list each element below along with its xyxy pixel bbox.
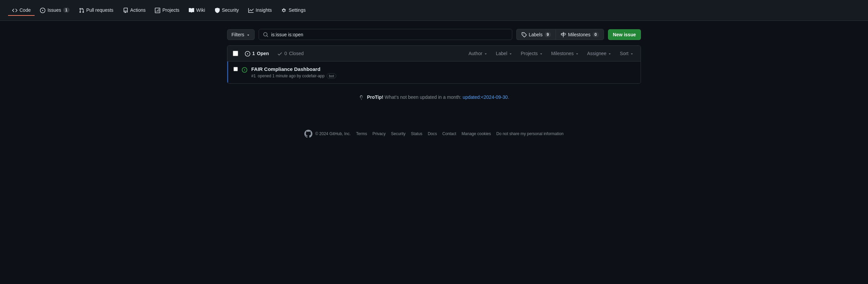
- labels-text: Labels: [529, 32, 542, 37]
- label-label: Label: [496, 51, 507, 56]
- issue-number: #1: [251, 74, 256, 78]
- sort-label: Sort: [620, 51, 628, 56]
- footer-docs[interactable]: Docs: [428, 132, 437, 136]
- pr-icon: [79, 7, 84, 13]
- security-icon: [215, 7, 220, 13]
- wiki-icon: [189, 7, 194, 13]
- open-count: 1: [252, 51, 255, 56]
- projects-chevron-icon: [539, 51, 543, 56]
- top-nav: Code Issues 1 Pull requests Actions: [0, 0, 868, 21]
- projects-filter[interactable]: Projects: [519, 50, 545, 57]
- nav-issues-label: Issues: [48, 7, 61, 13]
- actions-icon: [123, 7, 128, 13]
- projects-icon: [155, 7, 160, 13]
- open-issue-status-icon: [242, 67, 247, 73]
- milestone-icon: [561, 32, 566, 37]
- footer-security[interactable]: Security: [391, 132, 405, 136]
- footer-status[interactable]: Status: [411, 132, 422, 136]
- issues-container: 1 Open 0 Closed Author: [227, 46, 641, 83]
- protip-link[interactable]: updated:<2024-09-30: [463, 94, 507, 100]
- footer-terms[interactable]: Terms: [356, 132, 367, 136]
- settings-icon: [281, 7, 286, 13]
- milestones-count: 0: [593, 32, 599, 37]
- code-icon: [12, 7, 18, 13]
- milestones-chevron-icon: [575, 51, 579, 56]
- issue-meta: #1 opened 1 minute ago by codefair-app b…: [251, 73, 635, 79]
- milestones-filter[interactable]: Milestones: [550, 50, 581, 57]
- table-row: FAIR Compliance Dashboard #1 opened 1 mi…: [227, 61, 641, 83]
- nav-item-settings[interactable]: Settings: [277, 5, 310, 16]
- issues-header-right: Author Label Proje: [467, 50, 635, 57]
- filters-label: Filters: [231, 32, 244, 37]
- insights-icon: [248, 7, 254, 13]
- author-label: Author: [469, 51, 483, 56]
- author-filter[interactable]: Author: [467, 50, 489, 57]
- nav-settings-label: Settings: [288, 7, 306, 13]
- github-logo-icon: [304, 130, 312, 138]
- author-chevron-icon: [484, 51, 488, 56]
- nav-item-projects[interactable]: Projects: [151, 5, 183, 16]
- labels-milestones-group: Labels 9 Milestones 0: [516, 29, 604, 40]
- issues-header-left: 1 Open 0 Closed: [233, 50, 462, 57]
- open-label: Open: [257, 51, 269, 56]
- nav-item-issues[interactable]: Issues 1: [36, 5, 73, 16]
- open-tab[interactable]: 1 Open: [244, 50, 271, 57]
- label-filter[interactable]: Label: [494, 50, 514, 57]
- label-icon: [521, 32, 527, 37]
- footer: © 2024 GitHub, Inc. Terms Privacy Securi…: [0, 119, 868, 146]
- assignee-chevron-icon: [608, 51, 612, 56]
- nav-item-insights[interactable]: Insights: [244, 5, 276, 16]
- bot-badge: bot: [327, 73, 336, 79]
- labels-count: 9: [545, 32, 551, 37]
- nav-pr-label: Pull requests: [86, 7, 114, 13]
- assignee-label: Assignee: [587, 51, 607, 56]
- nav-item-actions[interactable]: Actions: [119, 5, 150, 16]
- protip-label: ProTip!: [367, 94, 383, 100]
- labels-button[interactable]: Labels 9: [516, 29, 556, 40]
- issue-meta-text: opened 1 minute ago by codefair-app: [258, 74, 324, 78]
- assignee-filter[interactable]: Assignee: [586, 50, 613, 57]
- footer-manage-cookies[interactable]: Manage cookies: [462, 132, 491, 136]
- nav-item-pull-requests[interactable]: Pull requests: [75, 5, 118, 16]
- sort-chevron-icon: [630, 51, 634, 56]
- nav-actions-label: Actions: [130, 7, 146, 13]
- search-box: [259, 29, 512, 40]
- filters-button[interactable]: Filters: [227, 29, 255, 40]
- label-chevron-icon: [508, 51, 513, 56]
- nav-item-code[interactable]: Code: [8, 5, 35, 16]
- open-issue-icon: [245, 50, 250, 56]
- issues-badge: 1: [63, 7, 69, 13]
- search-icon: [263, 32, 269, 37]
- new-issue-button[interactable]: New issue: [608, 29, 641, 40]
- bulb-icon: [359, 94, 364, 100]
- issues-header: 1 Open 0 Closed Author: [227, 46, 641, 61]
- nav-security-label: Security: [222, 7, 239, 13]
- nav-wiki-label: Wiki: [196, 7, 205, 13]
- closed-tab[interactable]: 0 Closed: [276, 50, 305, 57]
- footer-logo: © 2024 GitHub, Inc.: [304, 130, 351, 138]
- copyright: © 2024 GitHub, Inc.: [315, 132, 351, 136]
- select-all-checkbox[interactable]: [233, 51, 238, 56]
- protip-content: ProTip! What's not been updated in a mon…: [367, 94, 509, 100]
- nav-code-label: Code: [20, 7, 31, 13]
- issue-title[interactable]: FAIR Compliance Dashboard: [251, 66, 635, 72]
- nav-insights-label: Insights: [256, 7, 272, 13]
- footer-privacy[interactable]: Privacy: [373, 132, 385, 136]
- issue-content: FAIR Compliance Dashboard #1 opened 1 mi…: [251, 66, 635, 79]
- nav-item-wiki[interactable]: Wiki: [185, 5, 209, 16]
- sort-filter[interactable]: Sort: [618, 50, 635, 57]
- filter-bar: Filters Labels: [227, 29, 641, 40]
- main-content: Filters Labels: [219, 21, 649, 119]
- issue-icon: [40, 7, 45, 13]
- issue-checkbox[interactable]: [234, 67, 238, 71]
- footer-do-not-share[interactable]: Do not share my personal information: [496, 132, 563, 136]
- milestones-button[interactable]: Milestones 0: [556, 29, 604, 40]
- chevron-down-icon: [246, 32, 250, 37]
- footer-contact[interactable]: Contact: [442, 132, 456, 136]
- nav-item-security[interactable]: Security: [211, 5, 243, 16]
- milestones-filter-label: Milestones: [551, 51, 574, 56]
- closed-label: Closed: [289, 51, 304, 56]
- search-input[interactable]: [271, 32, 508, 37]
- closed-count: 0: [284, 51, 287, 56]
- protip: ProTip! What's not been updated in a mon…: [227, 84, 641, 111]
